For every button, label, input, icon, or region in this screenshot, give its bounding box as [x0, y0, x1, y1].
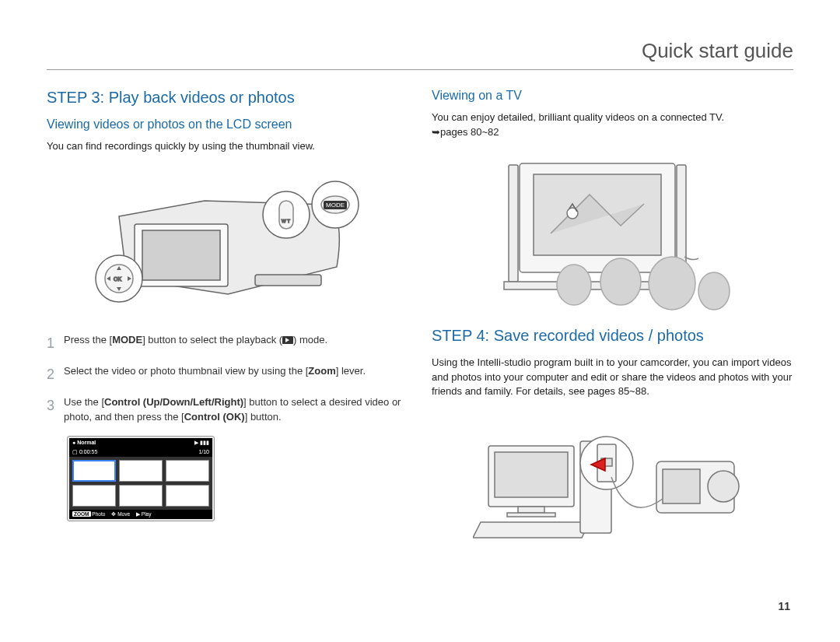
svg-text:W   T: W T	[282, 219, 290, 223]
step-item-3: 3 Use the [Control (Up/Down/Left/Right)]…	[47, 395, 408, 425]
svg-rect-1	[142, 230, 220, 280]
svg-text:OK: OK	[114, 276, 121, 282]
camcorder-illustration: W T OK MODE	[47, 162, 408, 321]
svg-rect-25	[495, 452, 568, 497]
svg-rect-10	[255, 275, 321, 286]
svg-point-23	[698, 272, 730, 310]
page-number: 11	[778, 600, 790, 612]
mode-label-in-svg: MODE	[326, 202, 345, 209]
lcd-intro: You can find recordings quickly by using…	[47, 139, 408, 154]
svg-point-20	[557, 265, 591, 305]
header-title: Quick start guide	[642, 39, 793, 62]
computer-illustration	[432, 407, 793, 550]
tv-subheading: Viewing on a TV	[432, 89, 793, 103]
svg-rect-27	[507, 513, 555, 517]
tv-illustration	[432, 148, 793, 314]
thumbnail-cell	[119, 485, 163, 507]
svg-point-21	[600, 258, 641, 305]
svg-rect-26	[518, 507, 544, 513]
step-number: 1	[47, 333, 64, 353]
svg-point-35	[708, 471, 739, 502]
tv-intro: You can enjoy detailed, brilliant qualit…	[432, 111, 793, 140]
thumbnail-cell	[72, 485, 116, 507]
step4-body: Using the Intelli-studio program built i…	[432, 356, 793, 400]
step-item-2: 2 Select the video or photo thumbnail vi…	[47, 364, 408, 384]
lcd-subheading: Viewing videos or photos on the LCD scre…	[47, 118, 408, 132]
svg-rect-36	[663, 469, 700, 503]
step4-heading: STEP 4: Save recorded videos / photos	[432, 327, 793, 345]
svg-rect-3	[279, 201, 293, 229]
thumbnail-cell	[166, 460, 209, 482]
thumbnail-screenshot: ● Normal ▶ ▮▮▮ ▢ 0:00:55 1/10	[67, 436, 408, 521]
thumbnail-cell	[166, 485, 209, 507]
thumbnail-cell	[72, 460, 116, 482]
step-number: 3	[47, 395, 64, 416]
step-list: 1 Press the [MODE] button to select the …	[47, 333, 408, 425]
playback-icon	[282, 336, 293, 344]
thumbnail-cell	[119, 460, 163, 482]
page-header: Quick start guide	[47, 39, 793, 70]
step-item-1: 1 Press the [MODE] button to select the …	[47, 333, 408, 353]
step-number: 2	[47, 364, 64, 384]
right-column: Viewing on a TV You can enjoy detailed, …	[432, 89, 793, 563]
left-column: STEP 3: Play back videos or photos Viewi…	[47, 89, 408, 563]
svg-rect-17	[509, 165, 518, 282]
step3-heading: STEP 3: Play back videos or photos	[47, 89, 408, 107]
svg-point-22	[649, 257, 695, 310]
